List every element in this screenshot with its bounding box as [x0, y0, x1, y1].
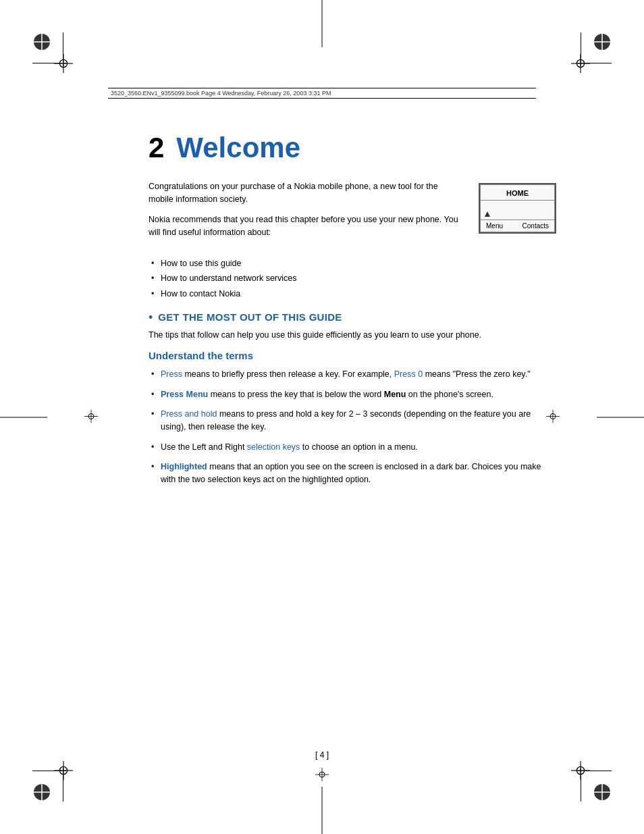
phone-contacts-label: Contacts [522, 222, 549, 230]
book-info-text: 3520_3560.ENv1_9355099.book Page 4 Wedne… [111, 90, 331, 97]
section-bullet-icon: • [149, 311, 153, 323]
term-highlighted-label: Highlighted [161, 462, 207, 471]
crop-line-top [322, 0, 323, 47]
registration-mark-inner-br [571, 761, 590, 780]
crop-line-right [597, 417, 644, 417]
term-press-hold: Press and hold means to press and hold a… [149, 408, 556, 434]
term-list: Press means to briefly press then releas… [149, 368, 556, 487]
phone-screen-middle [481, 201, 554, 219]
main-content: 2 Welcome Congratulations on your purcha… [149, 111, 556, 494]
term-selection-keys: Use the Left and Right selection keys to… [149, 441, 556, 454]
crop-line-left [0, 417, 47, 417]
registration-mark-inner-bl [54, 761, 73, 780]
term-press-menu-text2: on the phone's screen. [408, 390, 493, 399]
chapter-heading: 2 Welcome [149, 132, 556, 164]
chapter-number: 2 [149, 132, 164, 164]
term-press-label: Press [161, 369, 182, 379]
term-press-hold-label: Press and hold [161, 409, 217, 419]
term-press-menu-text1: means to press the key that is below the… [211, 390, 384, 399]
subsection-heading: Understand the terms [149, 350, 556, 361]
intro-para2: Nokia recommends that you read this chap… [149, 213, 465, 240]
intro-para1: Congratulations on your purchase of a No… [149, 180, 465, 207]
phone-screen-home-text: HOME [506, 189, 529, 197]
intro-bullet-list: How to use this guide How to understand … [149, 257, 556, 301]
section-title: GET THE MOST OUT OF THIS GUIDE [158, 311, 342, 323]
intro-bullet-3: How to contact Nokia [149, 288, 556, 301]
term-press-text2: means "Press the zero key." [425, 369, 531, 379]
page-number: [ 4 ] [315, 750, 329, 760]
term-press-text1: means to briefly press then release a ke… [184, 369, 394, 379]
phone-screen-inner: HOME Menu Contacts [480, 184, 555, 232]
page-number-text: [ 4 ] [315, 750, 329, 760]
phone-screen-mockup: HOME Menu Contacts [479, 183, 556, 234]
term-menu-bold: Menu [384, 390, 406, 399]
intro-section: Congratulations on your purchase of a No… [149, 180, 556, 246]
svg-marker-30 [485, 211, 490, 217]
term-highlighted: Highlighted means that an option you see… [149, 461, 556, 487]
registration-mark-inner-tl [54, 54, 73, 73]
chapter-title: Welcome [176, 132, 300, 164]
registration-mark-tl [32, 32, 51, 51]
registration-mark-tr [593, 32, 612, 51]
registration-mark-br [593, 783, 612, 802]
crop-line-bottom [322, 787, 323, 834]
section-heading: • GET THE MOST OUT OF THIS GUIDE [149, 311, 556, 323]
term-press-hold-text: means to press and hold a key for 2 – 3 … [161, 409, 531, 432]
term-press: Press means to briefly press then releas… [149, 368, 556, 381]
term-selection-post: to choose an option in a menu. [302, 442, 418, 452]
term-selection-label: selection keys [247, 442, 300, 452]
registration-mark-left-mid [84, 409, 98, 425]
phone-screen-top: HOME [481, 185, 554, 201]
term-press-menu: Press Menu means to press the key that i… [149, 388, 556, 401]
bottom-center-mark [315, 768, 329, 783]
phone-signal-icon [485, 209, 493, 218]
registration-mark-bl [32, 783, 51, 802]
term-selection-pre: Use the Left and Right [161, 442, 247, 452]
section-description: The tips that follow can help you use th… [149, 329, 556, 342]
phone-screen-bottom: Menu Contacts [481, 219, 554, 232]
intro-bullet-2: How to understand network services [149, 272, 556, 285]
intro-bullet-1: How to use this guide [149, 257, 556, 270]
phone-menu-label: Menu [486, 222, 503, 230]
term-press-menu-label: Press Menu [161, 390, 208, 399]
term-highlighted-text: means that an option you see on the scre… [161, 462, 541, 484]
registration-mark-inner-tr [571, 54, 590, 73]
page: 3520_3560.ENv1_9355099.book Page 4 Wedne… [0, 0, 644, 834]
intro-text: Congratulations on your purchase of a No… [149, 180, 465, 246]
term-press-0-label: Press 0 [394, 369, 423, 379]
book-header: 3520_3560.ENv1_9355099.book Page 4 Wedne… [108, 88, 536, 99]
